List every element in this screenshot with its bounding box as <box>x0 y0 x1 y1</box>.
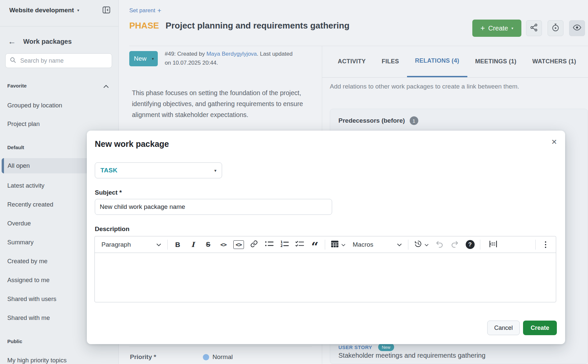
sidebar-item-my-high-priority-topics[interactable]: My high priority topics <box>0 357 118 364</box>
indent-button[interactable] <box>483 238 504 251</box>
section-label-default: Default <box>7 145 24 150</box>
attributes-divider <box>129 346 312 347</box>
bulleted-list-button[interactable] <box>262 238 277 251</box>
modal-title: New work package <box>95 139 169 149</box>
chevron-down-icon: ▾ <box>511 26 513 30</box>
toolbar-separator <box>167 240 168 250</box>
todo-list-icon <box>295 240 304 249</box>
new-work-package-modal: New work package × TASK ▾ Subject * Desc… <box>87 131 565 344</box>
insert-table-button[interactable] <box>327 238 349 251</box>
macros-dropdown[interactable]: Macros <box>349 238 406 251</box>
italic-button[interactable]: I <box>185 238 201 251</box>
subject-input[interactable] <box>95 199 332 215</box>
description-editor: Paragraph B I S <> <> 12 <box>94 236 556 302</box>
strikethrough-button[interactable]: S <box>201 238 216 251</box>
tab-meetings[interactable]: MEETINGS (1) <box>467 46 525 77</box>
work-packages-header: ← Work packages <box>8 37 72 45</box>
history-icon <box>414 240 422 249</box>
close-icon: × <box>552 137 557 147</box>
subject-label: Subject * <box>95 189 122 196</box>
tab-activity[interactable]: ACTIVITY <box>330 46 374 77</box>
meta-date: on 10.07.2025 20:44. <box>165 60 218 66</box>
chevron-up-icon[interactable] <box>103 84 109 90</box>
set-parent-label: Set parent <box>129 7 155 14</box>
tab-watchers[interactable]: WATCHERS (1) <box>524 46 584 77</box>
work-package-title-row: PHASE Project planning and requirements … <box>129 21 349 31</box>
table-icon <box>331 240 339 249</box>
predecessors-count-badge: 1 <box>410 116 418 125</box>
detail-tabs: ACTIVITY FILES RELATIONS (4) MEETINGS (1… <box>322 46 588 78</box>
bulleted-list-icon <box>265 240 274 249</box>
meta-prefix: #49: Created by <box>165 51 206 57</box>
header-create-button[interactable]: + Create ▾ <box>472 20 521 37</box>
project-switcher[interactable]: Website development ▾ <box>9 7 79 14</box>
numbered-list-icon: 12 <box>280 240 289 249</box>
watch-button[interactable] <box>569 20 585 36</box>
work-packages-title: Work packages <box>23 38 72 45</box>
sidebar-item-grouped-by-location[interactable]: Grouped by location <box>0 102 118 110</box>
editor-help-button[interactable]: ? <box>462 238 478 251</box>
quote-icon: “ <box>311 241 319 248</box>
back-arrow-icon[interactable]: ← <box>8 37 16 45</box>
status-dropdown[interactable]: New ▾ <box>129 51 158 66</box>
toolbar-separator <box>325 240 325 250</box>
sidebar-item-label: All open <box>8 162 30 169</box>
sidebar-divider <box>0 26 118 27</box>
priority-value[interactable]: Normal <box>203 353 233 361</box>
numbered-list-button[interactable]: 12 <box>277 238 292 251</box>
description-label: Description <box>95 225 130 233</box>
link-icon <box>250 240 258 249</box>
share-button[interactable] <box>526 20 542 36</box>
close-button[interactable]: × <box>548 136 560 148</box>
section-label-favorite[interactable]: Favorite <box>7 83 27 89</box>
priority-label: Priority * <box>130 353 156 361</box>
create-button-label: Create <box>488 25 508 32</box>
revision-history-button[interactable] <box>411 238 432 251</box>
sidebar-collapse-button[interactable] <box>101 6 111 16</box>
relations-hint: Add relations to other work packages to … <box>330 83 581 90</box>
sidebar-item-project-plan[interactable]: Project plan <box>0 120 118 129</box>
chevron-down-icon <box>425 242 429 248</box>
sidebar-search[interactable] <box>5 53 112 68</box>
modal-create-button[interactable]: Create <box>523 321 557 335</box>
paragraph-style-dropdown[interactable]: Paragraph <box>97 238 165 251</box>
link-button[interactable] <box>246 238 262 251</box>
description-editor-content[interactable] <box>95 253 556 302</box>
toolbar-separator <box>480 240 480 250</box>
chevron-down-icon <box>156 242 161 248</box>
toolbar-separator <box>408 240 408 250</box>
type-select[interactable]: TASK ▾ <box>95 162 222 178</box>
tab-files[interactable]: FILES <box>374 46 407 77</box>
undo-icon <box>436 240 443 249</box>
author-link[interactable]: Maya Berdygylyjova <box>206 51 257 57</box>
bold-button[interactable]: B <box>170 238 185 251</box>
tab-relations[interactable]: RELATIONS (4) <box>407 46 467 77</box>
search-input[interactable] <box>20 57 108 65</box>
macros-label: Macros <box>353 241 373 248</box>
undo-button[interactable] <box>432 238 447 251</box>
relation-type-link[interactable]: USER STORY <box>338 344 372 350</box>
search-icon <box>10 57 16 65</box>
chevron-down-icon: ▾ <box>152 57 154 61</box>
meta-suffix: . Last updated <box>257 51 293 57</box>
editor-toolbar: Paragraph B I S <> <> 12 <box>95 236 556 253</box>
selected-accent-bar <box>2 158 4 173</box>
relation-status-badge: New <box>378 343 394 351</box>
redo-button[interactable] <box>447 238 462 251</box>
code-block-icon: <> <box>233 240 244 249</box>
todo-list-button[interactable] <box>292 238 307 251</box>
stopwatch-icon <box>551 23 560 33</box>
eye-icon <box>572 24 582 33</box>
time-tracking-button[interactable] <box>548 20 563 36</box>
set-parent-link[interactable]: Set parent + <box>129 7 161 14</box>
redo-icon <box>451 240 459 249</box>
cancel-button[interactable]: Cancel <box>487 321 520 335</box>
paragraph-style-label: Paragraph <box>101 241 131 248</box>
chevron-down-icon <box>397 242 402 248</box>
block-quote-button[interactable]: “ <box>307 238 323 251</box>
plus-icon: + <box>481 25 485 32</box>
relation-row-title[interactable]: Stakeholder meetings and requirements ga… <box>338 352 486 359</box>
code-block-button[interactable]: <> <box>231 238 246 251</box>
inline-code-button[interactable]: <> <box>216 238 231 251</box>
toolbar-overflow-button[interactable] <box>538 238 553 251</box>
